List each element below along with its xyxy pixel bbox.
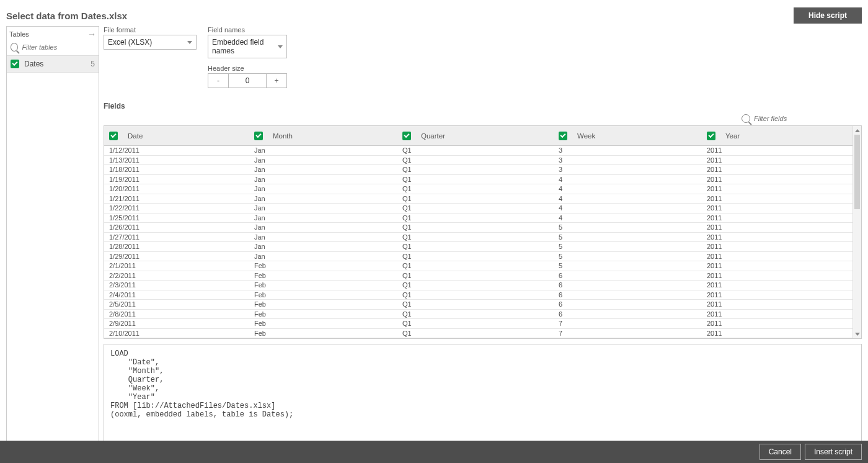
table-row: 2/9/2011FebQ172011 <box>104 319 861 329</box>
cell: 2011 <box>702 291 846 299</box>
column-header-week[interactable]: Week <box>577 132 595 140</box>
cell: Jan <box>249 156 397 164</box>
cell: 2011 <box>702 262 846 269</box>
cell: Q1 <box>397 243 554 250</box>
cell: Q1 <box>397 253 554 260</box>
field-names-select[interactable]: Embedded field names <box>208 35 287 58</box>
table-row: 1/25/2011JanQ142011 <box>104 214 861 223</box>
fields-label: Fields <box>104 102 862 110</box>
check-icon[interactable] <box>254 132 263 140</box>
cell: 2011 <box>702 185 846 192</box>
cell: Q1 <box>397 204 554 212</box>
scroll-thumb[interactable] <box>854 135 860 209</box>
cell: 1/22/2011 <box>104 204 249 212</box>
table-row: 2/3/2011FebQ162011 <box>104 281 861 290</box>
cell: Jan <box>249 195 397 202</box>
stepper-plus-button[interactable]: + <box>266 74 286 88</box>
cell: 2011 <box>702 330 846 337</box>
cell: Q1 <box>397 272 554 279</box>
cell: 1/19/2011 <box>104 176 249 183</box>
cell: 2011 <box>702 233 846 241</box>
column-header-month[interactable]: Month <box>273 132 293 140</box>
cell: 2011 <box>702 195 846 202</box>
arrow-right-icon[interactable]: → <box>87 29 96 39</box>
cell: Feb <box>249 262 397 269</box>
scroll-up-button[interactable] <box>853 126 861 135</box>
column-header-quarter[interactable]: Quarter <box>421 132 445 140</box>
table-item-dates[interactable]: Dates 5 <box>7 55 99 73</box>
cell: 3 <box>554 166 702 173</box>
filter-fields-input[interactable] <box>754 115 804 122</box>
cell: Q1 <box>397 300 554 308</box>
cell: 2/4/2011 <box>104 291 249 299</box>
cell: 6 <box>554 281 702 289</box>
cell: Jan <box>249 253 397 260</box>
cell: 4 <box>554 176 702 183</box>
stepper-value[interactable]: 0 <box>229 74 266 88</box>
column-header-date[interactable]: Date <box>128 132 143 140</box>
cell: 1/20/2011 <box>104 185 249 192</box>
cell: 2/8/2011 <box>104 310 249 318</box>
hide-script-button[interactable]: Hide script <box>794 7 862 24</box>
cell: 2/10/2011 <box>104 330 249 337</box>
check-icon[interactable] <box>402 132 411 140</box>
table-row: 2/5/2011FebQ162011 <box>104 300 861 310</box>
cell: Q1 <box>397 195 554 202</box>
cell: Q1 <box>397 330 554 337</box>
cell: Feb <box>249 291 397 299</box>
page-title: Select data from Dates.xlsx <box>6 11 794 21</box>
stepper-minus-button[interactable]: - <box>208 74 229 88</box>
cell: 2011 <box>702 272 846 279</box>
cell: 4 <box>554 214 702 222</box>
table-row: 1/13/2011JanQ132011 <box>104 156 861 166</box>
cell: Q1 <box>397 310 554 318</box>
cell: 2011 <box>702 223 846 231</box>
cell: 1/18/2011 <box>104 166 249 173</box>
cell: Feb <box>249 272 397 279</box>
cell: 2011 <box>702 176 846 183</box>
table-row: 2/10/2011FebQ172011 <box>104 329 861 339</box>
column-header-year[interactable]: Year <box>725 132 740 140</box>
cell: Feb <box>249 281 397 289</box>
cancel-button[interactable]: Cancel <box>760 444 801 460</box>
cell: 1/13/2011 <box>104 156 249 164</box>
cell: 2/1/2011 <box>104 262 249 269</box>
table-row: 2/1/2011FebQ152011 <box>104 261 861 271</box>
file-format-label: File format <box>104 26 197 34</box>
filter-tables-input[interactable] <box>22 43 95 51</box>
cell: 5 <box>554 253 702 260</box>
header-size-stepper: - 0 + <box>208 73 287 88</box>
cell: Q1 <box>397 320 554 327</box>
check-icon[interactable] <box>109 132 118 140</box>
cell: 2011 <box>702 146 846 154</box>
cell: 1/27/2011 <box>104 233 249 241</box>
cell: 2011 <box>702 300 846 308</box>
table-row: 1/21/2011JanQ142011 <box>104 194 861 204</box>
cell: Q1 <box>397 291 554 299</box>
table-row: 2/4/2011FebQ162011 <box>104 290 861 300</box>
cell: Q1 <box>397 176 554 183</box>
cell: Q1 <box>397 166 554 173</box>
table-row: 2/8/2011FebQ162011 <box>104 310 861 320</box>
table-row: 1/12/2011JanQ132011 <box>104 146 861 156</box>
search-icon <box>11 43 18 52</box>
field-names-label: Field names <box>208 26 287 34</box>
cell: 1/21/2011 <box>104 195 249 202</box>
check-icon[interactable] <box>559 132 567 140</box>
cell: Feb <box>249 330 397 337</box>
cell: 1/26/2011 <box>104 223 249 231</box>
search-icon <box>742 114 750 123</box>
insert-script-button[interactable]: Insert script <box>805 444 862 460</box>
scrollbar[interactable] <box>852 126 861 338</box>
footer-bar: Cancel Insert script <box>0 441 868 463</box>
table-row: 1/19/2011JanQ142011 <box>104 175 861 185</box>
cell: 7 <box>554 330 702 337</box>
cell: Q1 <box>397 262 554 269</box>
table-row: 2/2/2011FebQ162011 <box>104 271 861 281</box>
check-icon[interactable] <box>707 132 715 140</box>
tables-label: Tables <box>9 30 87 38</box>
file-format-select[interactable]: Excel (XLSX) <box>104 35 197 50</box>
scroll-down-button[interactable] <box>853 330 861 338</box>
table-item-count: 5 <box>91 60 95 68</box>
cell: Jan <box>249 146 397 154</box>
